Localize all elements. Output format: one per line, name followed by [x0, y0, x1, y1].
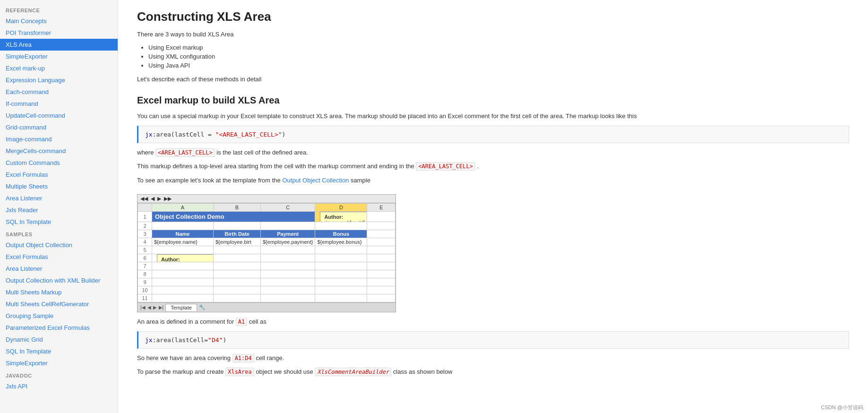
table-row: 9 — [138, 278, 395, 286]
cell-e3 — [367, 230, 395, 238]
col-d-header: D — [315, 204, 367, 212]
cell-d5 — [315, 246, 367, 254]
describe-text: Let's describe each of these methods in … — [137, 75, 849, 84]
sidebar-item-sample-7[interactable]: Parameterized Excel Formulas — [0, 322, 118, 334]
toolbar-nav-right[interactable]: ▶▶ — [164, 196, 172, 202]
table-row: 1 Object Collection Demo Author: jx:area… — [138, 212, 395, 222]
code2-kw: jx — [145, 336, 153, 344]
where-paragraph: where <AREA_LAST_CELL> is the last cell … — [137, 148, 849, 157]
output-object-collection-link[interactable]: Output Object Collection — [282, 177, 349, 184]
sidebar-item-ref-4[interactable]: Excel mark-up — [0, 62, 118, 74]
sidebar-item-ref-0[interactable]: Main Concepts — [0, 15, 118, 27]
samples-section-label: SAMPLES — [0, 228, 118, 239]
code1-kw: jx — [145, 131, 153, 138]
sidebar-item-sample-1[interactable]: Excel Formulas — [0, 251, 118, 263]
sheet-nav-prev[interactable]: ◀ — [147, 305, 151, 310]
cell-e2 — [367, 222, 395, 230]
sidebar-item-ref-10[interactable]: Image-command — [0, 133, 118, 145]
sidebar-item-ref-17[interactable]: SQL In Template — [0, 216, 118, 228]
table-row: 11 — [138, 294, 395, 302]
sidebar-item-ref-2[interactable]: XLS Area — [0, 39, 118, 51]
cell-b5 — [214, 246, 261, 254]
sidebar-item-javadoc-0[interactable]: Jxls API — [0, 380, 118, 392]
sidebar-item-sample-9[interactable]: SQL In Template — [0, 345, 118, 357]
sidebar-item-ref-13[interactable]: Excel Formulas — [0, 169, 118, 181]
comment1-content: jx:area(lastCell="D4") — [324, 220, 367, 222]
sidebar-item-sample-3[interactable]: Output Collection with XML Builder — [0, 275, 118, 286]
page-title: Constructing XLS Area — [137, 9, 849, 24]
sidebar-item-sample-5[interactable]: Multi Sheets CellRefGenerator — [0, 298, 118, 310]
toolbar-nav-left[interactable]: ◀◀ — [140, 196, 148, 202]
cell-c5 — [261, 246, 315, 254]
table-row: 2 — [138, 222, 395, 230]
cell-range-paragraph: So here we have an area covering A1:D4 c… — [137, 353, 849, 363]
col-b-header: B — [214, 204, 261, 212]
row-num-6: 6 — [138, 254, 152, 262]
sidebar-item-ref-14[interactable]: Multiple Sheets — [0, 181, 118, 192]
parse-text1: To parse the markup and create — [137, 368, 224, 375]
sidebar-item-ref-7[interactable]: If-command — [0, 98, 118, 110]
toolbar-nav-prev[interactable]: ◀ — [151, 196, 155, 202]
sidebar-item-ref-8[interactable]: UpdateCell-command — [0, 110, 118, 121]
area-defined-text1: An area is defined in a comment for — [137, 318, 234, 325]
javadoc-section-label: JAVADOC — [0, 369, 118, 380]
col-a-header: A — [152, 204, 214, 212]
sidebar-item-sample-4[interactable]: Multi Sheets Markup — [0, 286, 118, 298]
cell-e6 — [367, 254, 395, 262]
cell-e5 — [367, 246, 395, 254]
sheet-nav-next[interactable]: ▶ — [153, 305, 157, 310]
sheet-nav-first[interactable]: |◀ — [140, 305, 146, 310]
code1-fn: area(lastCell = — [156, 131, 215, 138]
sidebar-item-ref-9[interactable]: Grid-command — [0, 121, 118, 133]
sidebar-item-sample-8[interactable]: Dynamic Grid — [0, 334, 118, 345]
method-item-1: Using XML configuration — [148, 53, 849, 60]
sidebar-item-sample-6[interactable]: Grouping Sample — [0, 310, 118, 322]
cell-e4 — [367, 238, 395, 246]
cell-range-text1: So here we have an area covering — [137, 354, 231, 361]
cell-a1: Object Collection Demo — [152, 212, 315, 222]
sheet-nav-last[interactable]: ▶| — [159, 305, 164, 310]
col-e-header: E — [367, 204, 395, 212]
cell-a3: Name — [152, 230, 214, 238]
area-defined-code: A1 — [236, 318, 247, 326]
sidebar-item-ref-16[interactable]: Jxls Reader — [0, 204, 118, 216]
template-tab[interactable]: Template — [165, 304, 197, 311]
sidebar-item-ref-11[interactable]: MergeCells-command — [0, 145, 118, 157]
comment-box-2: Author: jx:each(items="employees" var="e… — [157, 254, 214, 262]
sidebar-item-sample-10[interactable]: SimpleExporter — [0, 357, 118, 369]
table-row: 4 ${employee.name} ${employee.birt ${emp… — [138, 238, 395, 246]
cell-a6: Author: jx:each(items="employees" var="e… — [152, 254, 214, 262]
sidebar-item-sample-2[interactable]: Area Listener — [0, 263, 118, 275]
row-num-4: 4 — [138, 238, 152, 246]
comment1-author: Author: — [324, 214, 367, 220]
toolbar-nav-next[interactable]: ▶ — [157, 196, 161, 202]
parse-code2: XlsCommentAreaBuilder — [315, 368, 391, 376]
spreadsheet-table: A B C D E 1 Object Collection Demo — [138, 203, 395, 302]
parse-text2: object we should use — [256, 368, 315, 375]
row-num-8: 8 — [138, 270, 152, 278]
sidebar-item-sample-0[interactable]: Output Object Collection — [0, 239, 118, 251]
code-block-1: jx:area(lastCell = "<AREA_LAST_CELL>") — [137, 126, 849, 143]
sidebar-item-ref-15[interactable]: Area Listener — [0, 192, 118, 204]
spreadsheet: ◀◀ ◀ ▶ ▶▶ A B C D E — [137, 194, 396, 312]
code1-val: "<AREA_LAST_CELL>" — [215, 131, 282, 138]
sheet-tabs: |◀ ◀ ▶ ▶| Template 🔧 — [138, 302, 395, 312]
sidebar-item-ref-1[interactable]: POI Transformer — [0, 27, 118, 39]
sidebar-item-ref-5[interactable]: Expression Language — [0, 74, 118, 86]
markup-defines-paragraph: This markup defines a top-level area sta… — [137, 162, 849, 171]
method-item-2: Using Java API — [148, 62, 849, 69]
watermark: CSDN @小甘说码 — [821, 404, 863, 411]
sidebar-item-ref-6[interactable]: Each-command — [0, 86, 118, 98]
row-num-9: 9 — [138, 278, 152, 286]
row-num-3: 3 — [138, 230, 152, 238]
sidebar-reference-items: Main ConceptsPOI TransformerXLS AreaSimp… — [0, 15, 118, 228]
comment-box-1: Author: jx:area(lastCell="D4") — [320, 212, 367, 222]
parse-text3: class as shown below — [393, 368, 453, 375]
comment2-author: Author: — [161, 257, 214, 262]
row-num-11: 11 — [138, 294, 152, 302]
sidebar-item-ref-3[interactable]: SimpleExporter — [0, 51, 118, 62]
method-item-0: Using Excel markup — [148, 44, 849, 51]
sidebar-item-ref-12[interactable]: Custom Commands — [0, 157, 118, 169]
main-content: Constructing XLS Area There are 3 ways t… — [118, 0, 868, 413]
intro-text: There are 3 ways to build XLS Area — [137, 30, 849, 39]
